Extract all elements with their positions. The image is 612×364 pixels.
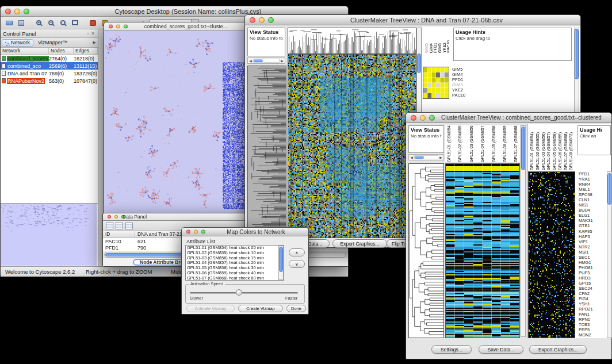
minimize-button[interactable] <box>116 25 120 29</box>
gene-label[interactable]: PHO81 <box>577 265 606 270</box>
tab-overflow-icon[interactable]: ▶ <box>93 40 98 45</box>
scroll-left-icon[interactable]: ◀ <box>248 59 253 63</box>
scrollbar-thumb[interactable] <box>415 156 424 159</box>
scrollbar-thumb[interactable] <box>417 53 421 73</box>
export-graphics-button[interactable]: Export Graphics... <box>529 345 587 354</box>
dendrogram-hscrollbar[interactable]: ◀ ▶ <box>408 154 444 160</box>
gene-label[interactable]: PFD1 <box>577 171 606 177</box>
row-dendrogram-canvas[interactable] <box>408 163 444 338</box>
move-down-button[interactable]: ∨ <box>289 260 305 268</box>
gene-label[interactable]: TCB3 <box>577 322 606 327</box>
attribute-item[interactable]: GPL51-07 (GSM868) heat shock 60 min <box>186 276 284 281</box>
scroll-left-icon[interactable]: ◀ <box>409 155 414 159</box>
animate-vizmap-button[interactable]: Animate Vizmap <box>186 305 235 312</box>
gene-label[interactable]: ELG1 <box>577 213 606 218</box>
zoom-selected-icon[interactable] <box>58 18 68 28</box>
gene-label[interactable]: CLN1 <box>577 197 606 202</box>
gene-label[interactable]: VIP1 <box>577 239 606 244</box>
close-button[interactable] <box>411 115 416 121</box>
network-row[interactable]: RNAPuberNov2563(0)107847(0) <box>1 77 98 85</box>
gene-label[interactable]: SEC1 <box>577 255 606 260</box>
open-session-icon[interactable] <box>4 18 14 28</box>
annotation-icon[interactable] <box>88 18 98 28</box>
zoom-button[interactable] <box>24 9 29 14</box>
settings-button[interactable]: Settings... <box>431 345 472 354</box>
gene-label[interactable]: YSH1 <box>577 301 606 306</box>
gene-label[interactable]: PUF3 <box>577 270 606 275</box>
attribute-list[interactable]: GPL51-01 (GSM854) heat shock 05 minGPL51… <box>185 245 284 281</box>
close-button[interactable] <box>186 230 190 234</box>
zoom-in-icon[interactable]: + <box>34 18 44 28</box>
scrollbar-thumb[interactable] <box>607 173 611 205</box>
heatmap-vscrollbar[interactable] <box>521 125 526 337</box>
save-session-icon[interactable] <box>16 18 26 28</box>
zoom-fit-icon[interactable] <box>70 18 80 28</box>
gene-label[interactable]: SEC24 <box>577 286 606 291</box>
treeview2-titlebar[interactable]: ClusterMaker TreeView : combined_scores_… <box>406 113 611 123</box>
heatmap-canvas[interactable] <box>445 163 520 338</box>
move-up-button[interactable]: ∧ <box>289 248 305 256</box>
column-dendrogram-canvas[interactable] <box>288 28 416 54</box>
minimize-button[interactable] <box>14 9 20 14</box>
attribute-select-icon[interactable] <box>106 223 113 229</box>
export-graphics-button[interactable]: Export Graphics... <box>332 239 387 248</box>
create-vizmap-button[interactable]: Create Vizmap <box>238 305 283 312</box>
gene-label[interactable]: RPO21 <box>577 306 606 312</box>
gene-label[interactable]: HRD3 <box>577 275 606 281</box>
tab-vizmapper[interactable]: VizMapper™ <box>35 39 71 47</box>
slider-thumb[interactable] <box>236 289 242 296</box>
zoom-button[interactable] <box>201 230 205 234</box>
scrollbar-thumb[interactable] <box>575 29 579 79</box>
network-row[interactable]: combined_sco2569(6)13112(15) <box>1 62 98 70</box>
gene-label[interactable]: PEP5 <box>577 327 606 332</box>
dialog-titlebar[interactable]: Map Colors to Network <box>182 228 308 236</box>
minimize-button[interactable] <box>114 215 118 219</box>
animation-speed-slider[interactable] <box>190 292 298 294</box>
gene-label[interactable]: YRA1 <box>577 177 606 182</box>
gene-label[interactable]: KAP95 <box>577 229 606 234</box>
scrollbar-thumb[interactable] <box>279 247 283 272</box>
zoom-button[interactable] <box>124 25 128 29</box>
attribute-create-icon[interactable] <box>116 223 123 229</box>
gene-label[interactable]: MSI1 <box>577 250 606 255</box>
network-view-titlebar[interactable]: combined_scores_good.txt--cluste... <box>104 22 248 31</box>
gene-label[interactable]: CPA2 <box>577 291 606 296</box>
gene-list-vscrollbar[interactable] <box>607 171 612 338</box>
scroll-right-icon[interactable]: ▶ <box>438 155 443 159</box>
minimize-button[interactable] <box>259 17 265 23</box>
header-id[interactable]: ID <box>103 231 135 237</box>
header-edges[interactable]: Edges <box>74 48 98 54</box>
attribute-delete-icon[interactable] <box>125 223 133 229</box>
scrollbar-thumb[interactable] <box>254 59 263 62</box>
network-row[interactable]: combined_scores2764(0)16218(0) <box>1 55 98 62</box>
gene-label[interactable]: MSL1 <box>577 187 606 192</box>
gene-label[interactable]: GPI16 <box>577 281 606 286</box>
header-network[interactable]: Network <box>1 48 49 54</box>
header-nodes[interactable]: Nodes <box>49 48 74 54</box>
close-button[interactable] <box>109 25 113 29</box>
gene-label[interactable]: HMG1 <box>577 260 606 265</box>
secondary-heatmap-canvas[interactable] <box>528 171 575 338</box>
gene-label[interactable]: BUD4 <box>577 208 606 213</box>
gene-label[interactable]: HAP3 <box>577 234 606 239</box>
zoom-button[interactable] <box>268 17 274 23</box>
gene-label[interactable]: RNR4 <box>577 182 606 187</box>
cluster-matrix-canvas[interactable] <box>423 67 449 99</box>
save-data-button[interactable]: Save Data... <box>479 345 523 354</box>
attribute-list-vscrollbar[interactable] <box>278 246 284 280</box>
scrollbar-thumb[interactable] <box>521 127 525 170</box>
treeview1-titlebar[interactable]: ClusterMaker TreeView : DNA and Tran 07-… <box>245 15 580 25</box>
gene-label[interactable]: NIS1 <box>577 202 606 208</box>
gene-label[interactable]: RPN1 <box>577 317 606 322</box>
zoom-out-icon[interactable]: − <box>46 18 56 28</box>
close-panel-icon[interactable]: × <box>90 30 95 36</box>
tab-network[interactable]: Network <box>2 39 33 47</box>
float-panel-icon[interactable]: ▫ <box>86 30 90 36</box>
close-button[interactable] <box>108 215 111 219</box>
gene-label[interactable]: GTB1 <box>577 223 606 228</box>
network-overview[interactable] <box>1 203 98 266</box>
close-button[interactable] <box>250 17 255 23</box>
gene-label[interactable]: PAN1 <box>577 312 606 317</box>
heatmap-canvas[interactable] <box>288 54 416 238</box>
zoom-button[interactable] <box>429 115 435 121</box>
